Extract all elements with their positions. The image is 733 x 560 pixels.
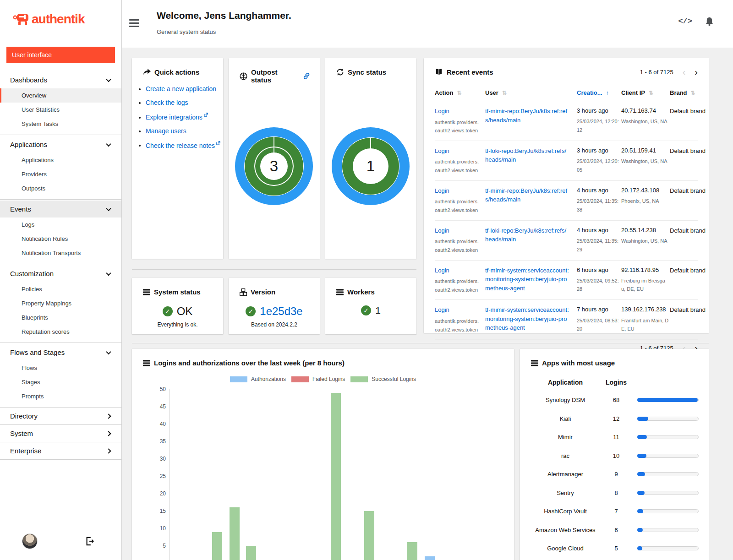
bar-successful_logins-6 — [407, 542, 417, 560]
event-brand: Default brand — [670, 147, 706, 156]
sidebar-item-system-tasks[interactable]: System Tasks — [0, 117, 121, 131]
sidebar-item-providers[interactable]: Providers — [0, 167, 121, 181]
event-action-detail: authentik.providers.oauth2.views.token — [435, 237, 481, 254]
workers-card: Workers ✓ 1 — [325, 278, 416, 334]
y-tick-50: 50 — [144, 386, 166, 392]
event-time: 6 hours ago — [577, 266, 621, 274]
sort-icon[interactable]: ⇅ — [502, 90, 507, 96]
event-user-link[interactable]: tf-loki-repo:BeryJu/k8s:ref:refs/heads/m… — [485, 147, 577, 164]
sidebar-item-stages[interactable]: Stages — [0, 375, 121, 389]
event-user-link[interactable]: tf-loki-repo:BeryJu/k8s:ref:refs/heads/m… — [485, 226, 577, 244]
ok-check-icon: ✓ — [163, 306, 173, 316]
workers-server-icon — [336, 289, 344, 295]
y-tick-45: 45 — [144, 403, 166, 410]
event-user-link[interactable]: tf-mimir-system:serviceaccount:monitorin… — [485, 266, 577, 293]
sync-status-card: Sync status 1 — [325, 58, 416, 259]
app-name: Mimir — [531, 433, 600, 442]
sidebar-nav: DashboardsOverviewUser StatisticsSystem … — [0, 71, 121, 460]
nav-section-enterprise[interactable]: Enterprise — [0, 442, 121, 459]
nav-section-customization[interactable]: Customization — [0, 265, 121, 282]
nav-section-system[interactable]: System — [0, 425, 121, 442]
sidebar-item-notification-rules[interactable]: Notification Rules — [0, 232, 121, 246]
nav-section-applications[interactable]: Applications — [0, 136, 121, 153]
column-header-brand[interactable]: Brand⇅ — [670, 89, 698, 96]
sidebar-item-logs[interactable]: Logs — [0, 217, 121, 232]
external-link-chain-icon[interactable] — [302, 72, 311, 80]
sidebar-item-user-statistics[interactable]: User Statistics — [0, 103, 121, 117]
column-header-action[interactable]: Action⇅ — [435, 89, 485, 96]
sidebar-item-blueprints[interactable]: Blueprints — [0, 310, 121, 325]
legend-item-authorizations[interactable]: Authorizations — [230, 376, 286, 382]
nav-section-directory[interactable]: Directory — [0, 408, 121, 424]
event-action-link[interactable]: Login — [435, 147, 485, 156]
sidebar-item-notification-transports[interactable]: Notification Transports — [0, 246, 121, 260]
sidebar-item-reputation-scores[interactable]: Reputation scores — [0, 325, 121, 339]
event-datetime: 25/03/2024, 12:20:05 — [577, 157, 620, 174]
event-datetime: 25/03/2024, 11:35:38 — [577, 197, 620, 214]
event-user-link[interactable]: tf-mimir-system:serviceaccount:monitorin… — [485, 305, 577, 332]
sort-asc-icon[interactable]: ↑ — [606, 90, 609, 96]
sort-icon[interactable]: ⇅ — [691, 90, 695, 96]
event-action-link[interactable]: Login — [435, 107, 485, 116]
nav-section-dashboards[interactable]: Dashboards — [0, 71, 121, 88]
legend-label: Failed Logins — [312, 376, 345, 382]
authentik-logo[interactable]: authentik — [13, 12, 121, 27]
quick-action-link-explore-integrations[interactable]: Explore integrations — [146, 114, 202, 121]
event-user-link[interactable]: tf-mimir-repo:BeryJu/k8s:ref:refs/heads/… — [485, 107, 577, 125]
api-code-icon[interactable]: </> — [678, 17, 692, 26]
event-client-ip: 40.71.163.74 — [621, 107, 670, 115]
event-action-link[interactable]: Login — [435, 305, 485, 315]
app-usage-bar — [637, 454, 699, 458]
quick-action-item: Explore integrations — [146, 113, 223, 121]
app-usage-bar — [637, 435, 699, 439]
event-row: Loginauthentik.providers.oauth2.views.to… — [435, 261, 698, 300]
sort-icon[interactable]: ⇅ — [457, 90, 461, 96]
event-action-detail: authentik.providers.oauth2.views.token — [435, 317, 481, 334]
event-action-link[interactable]: Login — [435, 266, 485, 275]
pagination-prev-icon[interactable]: ‹ — [683, 67, 686, 76]
user-interface-button[interactable]: User interface — [6, 47, 115, 63]
external-link-icon — [216, 141, 220, 145]
nav-section-events[interactable]: Events — [0, 201, 121, 217]
version-value[interactable]: 1e25d3e — [260, 305, 302, 318]
nav-section-label: Enterprise — [10, 447, 41, 455]
column-header-creatio[interactable]: Creatio...↑ — [577, 89, 621, 96]
nav-section-label: Events — [10, 205, 31, 213]
menu-toggle-icon[interactable] — [129, 19, 139, 29]
event-action-link[interactable]: Login — [435, 226, 485, 235]
bar-successful_logins-5 — [246, 546, 256, 560]
sync-status-title: Sync status — [348, 68, 386, 76]
sidebar-item-applications[interactable]: Applications — [0, 153, 121, 167]
legend-swatch — [291, 376, 309, 382]
legend-item-failed-logins[interactable]: Failed Logins — [291, 376, 345, 382]
event-action-link[interactable]: Login — [435, 186, 485, 196]
sort-icon[interactable]: ⇅ — [649, 90, 653, 96]
event-user-link[interactable]: tf-mimir-repo:BeryJu/k8s:ref:refs/heads/… — [485, 186, 577, 204]
quick-action-link-manage-users[interactable]: Manage users — [146, 127, 186, 135]
column-header-user[interactable]: User⇅ — [485, 89, 577, 96]
quick-action-link-check-the-release-notes[interactable]: Check the release notes — [146, 141, 215, 149]
pagination-next-icon[interactable]: › — [695, 67, 698, 76]
sidebar-item-prompts[interactable]: Prompts — [0, 389, 121, 403]
sidebar-item-outposts[interactable]: Outposts — [0, 181, 121, 196]
quick-action-link-check-the-logs[interactable]: Check the logs — [146, 99, 188, 106]
notifications-bell-icon[interactable] — [705, 16, 714, 26]
quick-action-item: Check the logs — [146, 99, 223, 106]
logout-icon[interactable] — [85, 537, 95, 546]
column-header-client-ip[interactable]: Client IP⇅ — [621, 89, 670, 96]
legend-item-successful-logins[interactable]: Successful Logins — [350, 376, 416, 382]
sidebar-item-property-mappings[interactable]: Property Mappings — [0, 296, 121, 310]
chevron-down-icon — [106, 270, 111, 275]
event-brand: Default brand — [670, 305, 706, 315]
sidebar-item-flows[interactable]: Flows — [0, 361, 121, 375]
sidebar-item-overview[interactable]: Overview — [0, 88, 121, 103]
avatar[interactable] — [22, 533, 38, 549]
quick-action-link-create-a-new-application[interactable]: Create a new application — [146, 85, 216, 92]
bar-successful_logins-15 — [364, 511, 374, 560]
app-logins-count: 8 — [600, 489, 633, 496]
sidebar-item-policies[interactable]: Policies — [0, 282, 121, 296]
system-status-title: System status — [154, 288, 201, 296]
nav-section-flows-and-stages[interactable]: Flows and Stages — [0, 344, 121, 361]
app-usage-bar-fill — [637, 528, 643, 532]
apps-column-application: Application — [531, 379, 600, 386]
